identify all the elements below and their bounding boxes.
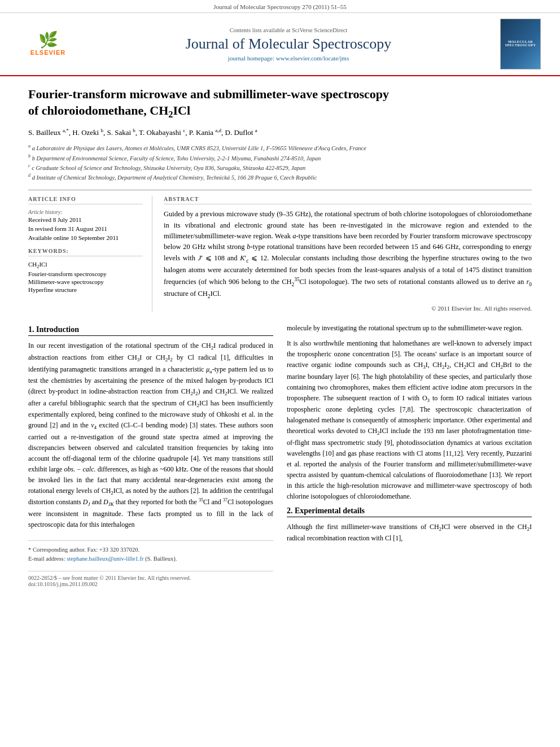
experimental-para-1: Although the first millimeter-wave trans… [287, 522, 532, 544]
main-content: Fourier-transform microwave and submilli… [0, 76, 560, 599]
keyword-1: CH2ICl [28, 261, 143, 269]
available-date: Available online 10 September 2011 [28, 234, 143, 241]
email-label: E-mail address: [28, 556, 65, 562]
article-info-panel: ARTICLE INFO Article history: Received 8… [28, 196, 152, 312]
journal-header: 🌿 ELSEVIER Contents lists available at S… [0, 13, 560, 76]
footnote-corr-text: * Corresponding author. Fax: +33 320 337… [28, 547, 139, 553]
intro-para-halomethanes: It is also worthwhile mentioning that ha… [287, 338, 532, 501]
elsevier-tree-icon: 🌿 [38, 32, 58, 48]
journal-homepage: journal homepage: www.elsevier.com/locat… [85, 55, 492, 62]
intro-para-1: In our recent investigation of the rotat… [28, 340, 273, 530]
issn-line: 0022-2852/$ – see front matter © 2011 El… [28, 575, 273, 581]
journal-center: Contents lists available at SciVerse Sci… [85, 27, 492, 62]
revised-date: In revised form 31 August 2011 [28, 225, 143, 232]
abstract-heading: ABSTRACT [164, 196, 532, 204]
sciverse-text: Contents lists available at SciVerse Sci… [230, 27, 347, 33]
experimental-heading: 2. Experimental details [287, 506, 532, 517]
sciverse-line: Contents lists available at SciVerse Sci… [85, 27, 492, 33]
right-column: molecule by investigating the rotational… [287, 323, 532, 587]
elsevier-logo-area: 🌿 ELSEVIER [11, 32, 85, 56]
elsevier-wordmark: ELSEVIER [30, 49, 65, 56]
left-column: 1. Introduction In our recent investigat… [28, 323, 273, 587]
affiliation-d: d d Institute of Chemical Technology, De… [28, 172, 532, 182]
received-date: Received 8 July 2011 [28, 216, 143, 223]
email-address[interactable]: stephane.bailleux@univ-lille1.fr [67, 556, 143, 562]
article-info-heading: ARTICLE INFO [28, 196, 143, 204]
footnote-corresponding: * Corresponding author. Fax: +33 320 337… [28, 545, 273, 554]
intro-para-molecule: molecule by investigating the rotational… [287, 323, 532, 334]
body-columns: 1. Introduction In our recent investigat… [28, 323, 532, 587]
info-abstract-section: ARTICLE INFO Article history: Received 8… [28, 190, 532, 312]
keyword-2: Fourier-transform spectroscopy [28, 270, 143, 277]
journal-citation: Journal of Molecular Spectroscopy 270 (2… [0, 0, 560, 13]
doi-line: doi:10.1016/j.jms.2011.09.002 [28, 581, 273, 587]
bottom-footer: 0022-2852/$ – see front matter © 2011 El… [28, 571, 273, 587]
authors-line: S. Bailleux a,*, H. Ozeki b, S. Sakai b,… [28, 127, 532, 138]
cover-title-text: MOLECULARSPECTROSCOPY [505, 40, 536, 47]
journal-cover-area: MOLECULARSPECTROSCOPY [492, 19, 549, 69]
keywords-section: Keywords: CH2ICl Fourier-transform spect… [28, 248, 143, 293]
history-label: Article history: [28, 209, 143, 215]
abstract-text: Guided by a previous microwave study (9–… [164, 209, 532, 300]
introduction-heading: 1. Introduction [28, 325, 273, 336]
affiliation-b: b b Department of Environmental Science,… [28, 153, 532, 163]
copyright-text: © 2011 Elsevier Inc. All rights reserved… [164, 305, 532, 312]
affiliation-c: c c Graduate School of Science and Techn… [28, 163, 532, 172]
journal-title: Journal of Molecular Spectroscopy [85, 36, 492, 53]
affiliations: a a Laboratoire de Physique des Lasers, … [28, 143, 532, 182]
email-suffix: (S. Bailleux). [145, 556, 177, 562]
footnote-bar: * Corresponding author. Fax: +33 320 337… [28, 540, 273, 563]
journal-cover-image: MOLECULARSPECTROSCOPY [500, 19, 541, 69]
homepage-text: journal homepage: www.elsevier.com/locat… [228, 55, 349, 62]
affiliation-a: a a Laboratoire de Physique des Lasers, … [28, 143, 532, 152]
abstract-section: ABSTRACT Guided by a previous microwave … [164, 196, 532, 312]
article-title: Fourier-transform microwave and submilli… [28, 86, 532, 120]
citation-text: Journal of Molecular Spectroscopy 270 (2… [213, 3, 346, 10]
elsevier-logo: 🌿 ELSEVIER [30, 32, 65, 56]
footnote-email: E-mail address: stephane.bailleux@univ-l… [28, 554, 273, 563]
keyword-4: Hyperfine structure [28, 286, 143, 293]
keywords-heading: Keywords: [28, 248, 143, 256]
keyword-3: Millimeter-wave spectroscopy [28, 278, 143, 285]
